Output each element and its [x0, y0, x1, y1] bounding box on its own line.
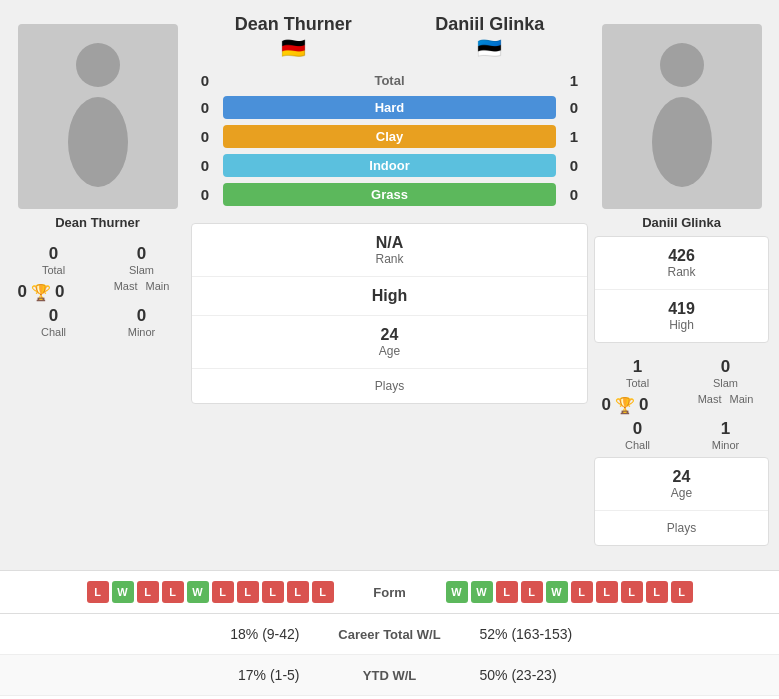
trophy-icon-right: 🏆	[615, 396, 635, 415]
grass-badge: Grass	[223, 183, 556, 206]
rank-label-right: Rank	[667, 265, 695, 279]
form-badge-right-8: L	[646, 581, 668, 603]
left-minor-stat: 0	[137, 306, 146, 326]
grass-score-right: 0	[562, 186, 586, 203]
right-chall-stat: 0	[633, 419, 642, 439]
rank-value-right: 426	[668, 247, 695, 265]
age-value-right: 24	[673, 468, 691, 486]
flag-left: 🇩🇪	[281, 37, 306, 59]
right-slam-stat: 0	[721, 357, 730, 377]
svg-point-2	[660, 43, 704, 87]
player-name-label-left: Dean Thurner	[55, 215, 140, 230]
plays-label-right: Plays	[667, 521, 696, 535]
left-total-stat: 0	[49, 244, 58, 264]
right-main-label: Main	[730, 393, 754, 405]
clay-badge: Clay	[223, 125, 556, 148]
player-photo-left	[18, 24, 178, 209]
plays-box-left: Plays	[192, 369, 587, 403]
player-photo-right	[602, 24, 762, 209]
high-value-right: 419	[668, 300, 695, 318]
form-badge-left-1: W	[112, 581, 134, 603]
left-slam-label: Slam	[129, 264, 154, 276]
form-badge-left-7: L	[262, 581, 284, 603]
flag-right: 🇪🇪	[477, 37, 502, 59]
rank-box-left: N/A Rank	[192, 224, 587, 277]
indoor-score-right: 0	[562, 157, 586, 174]
form-badge-right-5: L	[571, 581, 593, 603]
form-badge-right-9: L	[671, 581, 693, 603]
left-mast-stat: 0	[18, 282, 27, 302]
career-wl-left: 18% (9-42)	[16, 626, 300, 642]
ytd-wl-left: 17% (1-5)	[16, 667, 300, 683]
form-label: Form	[340, 585, 440, 600]
form-badge-left-4: W	[187, 581, 209, 603]
left-main-label: Main	[146, 280, 170, 292]
left-chall-label: Chall	[41, 326, 66, 338]
high-box-right: 419 High	[595, 290, 768, 342]
rank-label-left: Rank	[375, 252, 403, 266]
left-chall-stat: 0	[49, 306, 58, 326]
left-minor-label: Minor	[128, 326, 156, 338]
grass-score-left: 0	[193, 186, 217, 203]
ytd-wl-right: 50% (23-23)	[480, 667, 764, 683]
high-label-right: High	[669, 318, 694, 332]
left-total-label: Total	[42, 264, 65, 276]
high-box-left: High	[192, 277, 587, 316]
form-badge-right-6: L	[596, 581, 618, 603]
main-container: Dean Thurner 🇩🇪 Daniil Glinka 🇪🇪 0 Total…	[0, 0, 779, 699]
form-badge-left-5: L	[212, 581, 234, 603]
form-badge-left-8: L	[287, 581, 309, 603]
form-badge-right-1: W	[471, 581, 493, 603]
rank-box-right: 426 Rank	[595, 237, 768, 290]
right-main-stat: 0	[639, 395, 648, 415]
clay-score-right: 1	[562, 128, 586, 145]
form-badge-right-7: L	[621, 581, 643, 603]
clay-score-left: 0	[193, 128, 217, 145]
left-mast-label: Mast	[114, 280, 138, 292]
age-value-left: 24	[381, 326, 399, 344]
stats-table: 18% (9-42) Career Total W/L 52% (163-153…	[0, 614, 779, 699]
trophy-icon-left: 🏆	[31, 283, 51, 302]
right-minor-label: Minor	[712, 439, 740, 451]
total-score-right: 1	[562, 72, 586, 89]
svg-point-1	[68, 97, 128, 187]
form-badge-left-9: L	[312, 581, 334, 603]
right-total-label: Total	[626, 377, 649, 389]
age-label-right: Age	[671, 486, 692, 500]
indoor-score-left: 0	[193, 157, 217, 174]
form-badge-left-6: L	[237, 581, 259, 603]
ytd-wl-label: YTD W/L	[300, 668, 480, 683]
plays-box-right: Plays	[595, 511, 768, 545]
right-mast-stat: 0	[602, 395, 611, 415]
left-slam-stat: 0	[137, 244, 146, 264]
form-badges-right: W W L L W L L L L L	[446, 581, 770, 603]
age-label-left: Age	[379, 344, 400, 358]
hard-score-right: 0	[562, 99, 586, 116]
form-badge-right-2: L	[496, 581, 518, 603]
right-mast-label: Mast	[698, 393, 722, 405]
hard-badge: Hard	[223, 96, 556, 119]
player-name-label-right: Daniil Glinka	[642, 215, 721, 230]
career-wl-label: Career Total W/L	[300, 627, 480, 642]
right-minor-stat: 1	[721, 419, 730, 439]
right-slam-label: Slam	[713, 377, 738, 389]
table-row: 17% (1-5) YTD W/L 50% (23-23)	[0, 655, 779, 696]
high-value-left: High	[372, 287, 408, 305]
svg-point-0	[76, 43, 120, 87]
form-badge-right-4: W	[546, 581, 568, 603]
age-box-right: 24 Age	[595, 458, 768, 511]
right-chall-label: Chall	[625, 439, 650, 451]
indoor-badge: Indoor	[223, 154, 556, 177]
form-badge-left-3: L	[162, 581, 184, 603]
right-total-stat: 1	[633, 357, 642, 377]
svg-point-3	[652, 97, 712, 187]
form-section: L W L L W L L L L L Form W W L L W L L L…	[0, 570, 779, 614]
total-label: Total	[217, 73, 562, 88]
hard-score-left: 0	[193, 99, 217, 116]
age-box-left: 24 Age	[192, 316, 587, 369]
total-score-left: 0	[193, 72, 217, 89]
player-name-right: Daniil Glinka 🇪🇪	[435, 14, 544, 60]
form-badge-right-3: L	[521, 581, 543, 603]
plays-label-left: Plays	[375, 379, 404, 393]
player-name-left: Dean Thurner 🇩🇪	[235, 14, 352, 60]
